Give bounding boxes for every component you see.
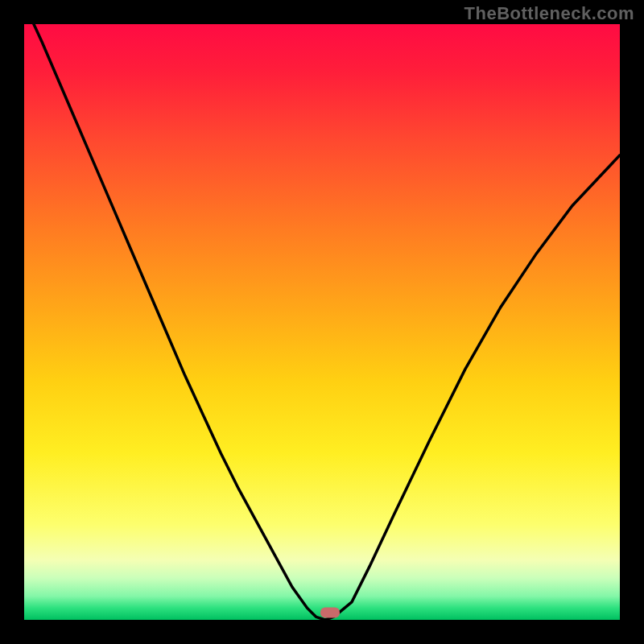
plot-area xyxy=(24,24,620,620)
watermark-text: TheBottleneck.com xyxy=(464,3,634,24)
chart-frame: TheBottleneck.com xyxy=(0,0,644,644)
optimal-point-marker xyxy=(320,608,340,618)
bottleneck-curve xyxy=(24,24,620,620)
